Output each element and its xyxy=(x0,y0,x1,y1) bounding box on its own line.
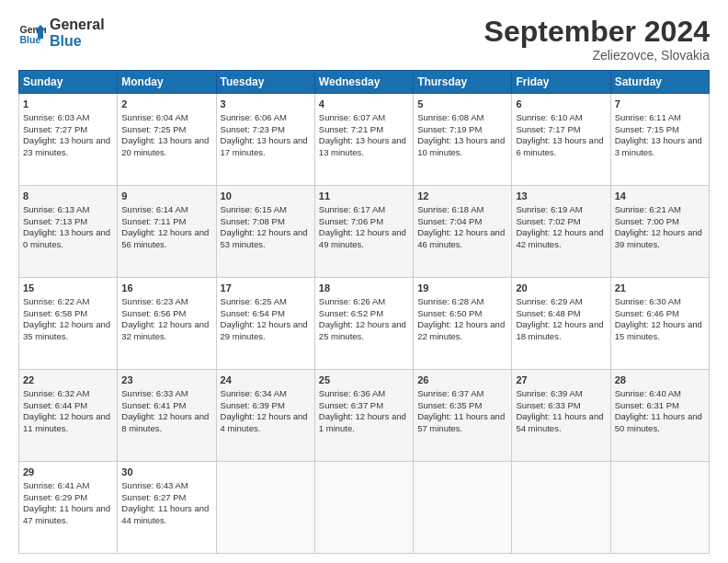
day-cell-11: 11 Sunrise: 6:17 AMSunset: 7:06 PMDaylig… xyxy=(314,186,413,278)
day-cell-5: 5 Sunrise: 6:08 AMSunset: 7:19 PMDayligh… xyxy=(414,94,512,186)
day-cell-20: 20 Sunrise: 6:29 AMSunset: 6:48 PMDaylig… xyxy=(512,278,610,370)
logo-general: General xyxy=(50,17,105,33)
svg-text:Blue: Blue xyxy=(20,33,41,44)
header: General Blue General Blue September 2024… xyxy=(18,17,710,63)
day-cell-22: 22 Sunrise: 6:32 AMSunset: 6:44 PMDaylig… xyxy=(19,370,118,462)
month-title: September 2024 xyxy=(484,17,710,46)
col-thursday: Thursday xyxy=(414,71,512,94)
empty-cell-1 xyxy=(216,462,314,554)
logo-icon: General Blue xyxy=(18,19,46,47)
day-cell-30: 30 Sunrise: 6:43 AMSunset: 6:27 PMDaylig… xyxy=(118,462,216,554)
col-saturday: Saturday xyxy=(610,71,709,94)
day-cell-26: 26 Sunrise: 6:37 AMSunset: 6:35 PMDaylig… xyxy=(414,370,512,462)
day-cell-18: 18 Sunrise: 6:26 AMSunset: 6:52 PMDaylig… xyxy=(314,278,413,370)
empty-cell-4 xyxy=(512,462,610,554)
title-block: September 2024 Zeliezovce, Slovakia xyxy=(484,17,710,63)
col-wednesday: Wednesday xyxy=(314,71,413,94)
day-cell-14: 14 Sunrise: 6:21 AMSunset: 7:00 PMDaylig… xyxy=(610,186,709,278)
day-cell-7: 7 Sunrise: 6:11 AMSunset: 7:15 PMDayligh… xyxy=(610,94,709,186)
col-monday: Monday xyxy=(118,71,216,94)
day-cell-27: 27 Sunrise: 6:39 AMSunset: 6:33 PMDaylig… xyxy=(512,370,610,462)
day-cell-6: 6 Sunrise: 6:10 AMSunset: 7:17 PMDayligh… xyxy=(512,94,610,186)
week-row-4: 22 Sunrise: 6:32 AMSunset: 6:44 PMDaylig… xyxy=(19,370,710,462)
day-cell-15: 15 Sunrise: 6:22 AMSunset: 6:58 PMDaylig… xyxy=(19,278,118,370)
col-friday: Friday xyxy=(512,71,610,94)
logo: General Blue General Blue xyxy=(18,17,105,49)
calendar-table: Sunday Monday Tuesday Wednesday Thursday… xyxy=(18,70,710,554)
day-cell-8: 8 Sunrise: 6:13 AMSunset: 7:13 PMDayligh… xyxy=(19,186,118,278)
week-row-2: 8 Sunrise: 6:13 AMSunset: 7:13 PMDayligh… xyxy=(19,186,710,278)
day-cell-3: 3 Sunrise: 6:06 AMSunset: 7:23 PMDayligh… xyxy=(216,94,314,186)
day-cell-1: 1 Sunrise: 6:03 AMSunset: 7:27 PMDayligh… xyxy=(19,94,118,186)
day-cell-10: 10 Sunrise: 6:15 AMSunset: 7:08 PMDaylig… xyxy=(216,186,314,278)
day-cell-16: 16 Sunrise: 6:23 AMSunset: 6:56 PMDaylig… xyxy=(118,278,216,370)
day-cell-21: 21 Sunrise: 6:30 AMSunset: 6:46 PMDaylig… xyxy=(610,278,709,370)
page: General Blue General Blue September 2024… xyxy=(0,0,728,563)
day-cell-17: 17 Sunrise: 6:25 AMSunset: 6:54 PMDaylig… xyxy=(216,278,314,370)
location: Zeliezovce, Slovakia xyxy=(484,48,710,63)
day-cell-23: 23 Sunrise: 6:33 AMSunset: 6:41 PMDaylig… xyxy=(118,370,216,462)
day-cell-25: 25 Sunrise: 6:36 AMSunset: 6:37 PMDaylig… xyxy=(314,370,413,462)
col-tuesday: Tuesday xyxy=(216,71,314,94)
logo-blue: Blue xyxy=(50,33,105,50)
empty-cell-3 xyxy=(414,462,512,554)
col-sunday: Sunday xyxy=(19,71,118,94)
day-cell-13: 13 Sunrise: 6:19 AMSunset: 7:02 PMDaylig… xyxy=(512,186,610,278)
empty-cell-2 xyxy=(314,462,413,554)
day-cell-12: 12 Sunrise: 6:18 AMSunset: 7:04 PMDaylig… xyxy=(414,186,512,278)
day-cell-28: 28 Sunrise: 6:40 AMSunset: 6:31 PMDaylig… xyxy=(610,370,709,462)
week-row-3: 15 Sunrise: 6:22 AMSunset: 6:58 PMDaylig… xyxy=(19,278,710,370)
day-cell-24: 24 Sunrise: 6:34 AMSunset: 6:39 PMDaylig… xyxy=(216,370,314,462)
day-cell-4: 4 Sunrise: 6:07 AMSunset: 7:21 PMDayligh… xyxy=(314,94,413,186)
day-cell-29: 29 Sunrise: 6:41 AMSunset: 6:29 PMDaylig… xyxy=(19,462,118,554)
week-row-5: 29 Sunrise: 6:41 AMSunset: 6:29 PMDaylig… xyxy=(19,462,710,554)
week-row-1: 1 Sunrise: 6:03 AMSunset: 7:27 PMDayligh… xyxy=(19,94,710,186)
day-cell-19: 19 Sunrise: 6:28 AMSunset: 6:50 PMDaylig… xyxy=(414,278,512,370)
weekday-header-row: Sunday Monday Tuesday Wednesday Thursday… xyxy=(19,71,710,94)
day-cell-9: 9 Sunrise: 6:14 AMSunset: 7:11 PMDayligh… xyxy=(118,186,216,278)
empty-cell-5 xyxy=(610,462,709,554)
day-cell-2: 2 Sunrise: 6:04 AMSunset: 7:25 PMDayligh… xyxy=(118,94,216,186)
